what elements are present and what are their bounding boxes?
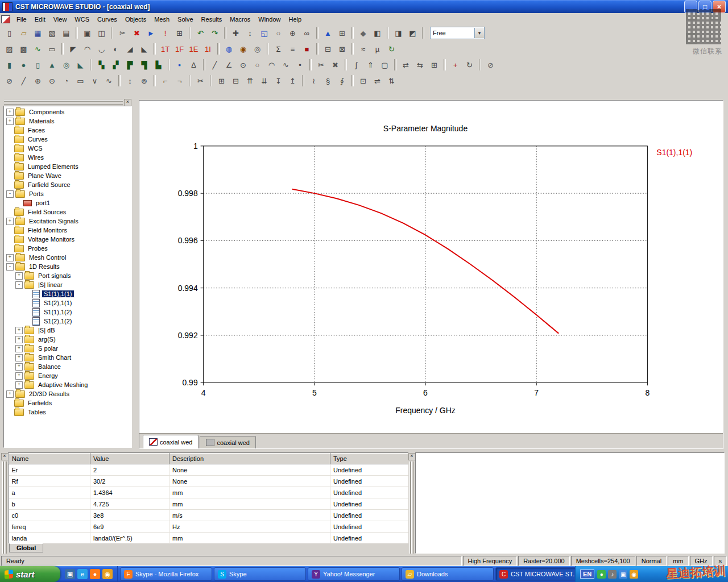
param-cell[interactable]: Hz: [169, 521, 330, 533]
brick-icon[interactable]: ▮: [2, 58, 16, 72]
tree-expander-icon[interactable]: +: [6, 390, 14, 398]
boolean-add-icon[interactable]: ⊞: [214, 74, 229, 88]
result-template-5-icon[interactable]: ▙: [151, 58, 166, 72]
group-icon[interactable]: ⊡: [356, 74, 370, 88]
task-button-skype[interactable]: SSkype: [214, 567, 306, 581]
ellipse-icon[interactable]: ○: [250, 58, 264, 72]
tree-item-ports[interactable]: -Ports: [4, 189, 131, 198]
zoom-icon[interactable]: ○: [271, 26, 286, 40]
menu-solve[interactable]: Solve: [173, 15, 197, 24]
spline-icon[interactable]: ∿: [279, 58, 293, 72]
task-button-skype-mozilla-firefox[interactable]: FSkype - Mozilla Firefox: [120, 567, 212, 581]
result-tab-1[interactable]: coaxial wed: [143, 435, 198, 448]
delete-icon[interactable]: ✖: [130, 26, 144, 40]
menu-curves[interactable]: Curves: [93, 15, 121, 24]
align-up-icon[interactable]: ⇈: [243, 74, 257, 88]
column-header-name[interactable]: Name: [9, 454, 90, 464]
tree-item-faces[interactable]: Faces: [4, 126, 131, 135]
column-header-description[interactable]: Description: [169, 454, 330, 464]
axis-marker-icon[interactable]: ∆: [187, 58, 201, 72]
mesh-view-icon[interactable]: ⊞: [335, 26, 349, 40]
excitation-signal-icon[interactable]: ∿: [31, 42, 45, 56]
blend-icon[interactable]: ◡: [94, 42, 109, 56]
zoom-window-icon[interactable]: ◱: [257, 26, 271, 40]
tree-item-adaptive-meshing[interactable]: +Adaptive Meshing: [4, 380, 131, 389]
polyline-icon[interactable]: ∠: [222, 58, 236, 72]
disable-icon[interactable]: ⊘: [483, 58, 498, 72]
pick-point-icon[interactable]: ◆: [356, 26, 370, 40]
tree-item-components[interactable]: +Components: [4, 107, 131, 117]
corner-fillet-icon[interactable]: ⌐: [158, 74, 172, 88]
param-cell[interactable]: 1.4364: [90, 487, 169, 498]
farfield-monitor-icon[interactable]: ◍: [222, 42, 236, 56]
redo-icon[interactable]: ↷: [208, 26, 222, 40]
export-picture-icon[interactable]: ◫: [94, 26, 109, 40]
open-icon[interactable]: ▱: [16, 26, 31, 40]
tree-item-farfield-source[interactable]: Farfield Source: [4, 180, 131, 189]
message-dock-grip[interactable]: ×: [408, 452, 415, 554]
import-icon[interactable]: ▧: [45, 26, 59, 40]
quicklaunch-firefox-icon[interactable]: ●: [90, 569, 100, 579]
tree-dock-grip[interactable]: ×: [3, 99, 132, 106]
app-icon[interactable]: [2, 2, 13, 11]
tray-network-icon[interactable]: ▣: [619, 570, 627, 579]
split-curve-icon[interactable]: ✖: [328, 58, 342, 72]
param-cell[interactable]: fereq: [9, 521, 90, 533]
tree-item-s1-1-1-2[interactable]: S1(1),1(2): [4, 307, 131, 317]
param-cell[interactable]: 2: [90, 464, 169, 476]
param-cell[interactable]: mm: [169, 487, 330, 498]
tree-item-s1-2-1-1[interactable]: S1(2),1(1): [4, 298, 131, 307]
result-template-2-icon[interactable]: ▞: [109, 58, 123, 72]
param-cell[interactable]: 6e9: [90, 521, 169, 533]
param-cell[interactable]: mm: [169, 533, 330, 544]
cut-icon[interactable]: ✂: [115, 26, 130, 40]
param-cell[interactable]: landa: [9, 533, 90, 544]
copy-picture-icon[interactable]: ▣: [80, 26, 94, 40]
apply-icon[interactable]: ►: [144, 26, 158, 40]
result-template-1-icon[interactable]: ▚: [94, 58, 109, 72]
tree-item-smith-chart[interactable]: +Smith Chart: [4, 353, 131, 362]
param-cell[interactable]: 30/2: [90, 476, 169, 487]
tree-item-port1[interactable]: port1: [4, 198, 131, 207]
language-indicator[interactable]: EN: [580, 569, 594, 579]
start-button[interactable]: start: [0, 566, 60, 582]
menu-edit[interactable]: Edit: [31, 15, 49, 24]
param-cell[interactable]: 3e8: [90, 510, 169, 521]
tree-item-voltage-monitors[interactable]: Voltage Monitors: [4, 235, 131, 244]
circle-icon[interactable]: ⊙: [236, 58, 250, 72]
tree-expander-icon[interactable]: +: [6, 118, 14, 125]
tree-expander-icon[interactable]: +: [6, 109, 14, 116]
menu-help[interactable]: Help: [284, 15, 305, 24]
wcs-icon[interactable]: +: [448, 58, 462, 72]
local-mesh-icon[interactable]: ⊠: [335, 42, 349, 56]
tab-global[interactable]: Global: [9, 543, 43, 552]
move-wcs-icon[interactable]: ↕: [123, 74, 137, 88]
result-tab-2[interactable]: coaxial wed: [200, 436, 255, 448]
abort-solver-icon[interactable]: ■: [300, 42, 314, 56]
tree-item-s-linear[interactable]: -|S| linear: [4, 280, 131, 289]
cover-curve-icon[interactable]: ▢: [378, 58, 392, 72]
param-row-landa[interactable]: landalanda0/(Er^.5)mmUndefined: [9, 533, 423, 544]
tree-item-arg-s[interactable]: +arg(S): [4, 335, 131, 344]
tree-item-tables[interactable]: Tables: [4, 408, 131, 417]
param-cell[interactable]: c0: [9, 510, 90, 521]
tray-antivirus-icon[interactable]: ●: [597, 570, 606, 579]
problem-type-icon[interactable]: ≈: [356, 42, 370, 56]
array-copy-icon[interactable]: ⊞: [427, 58, 441, 72]
tree-item-field-monitors[interactable]: Field Monitors: [4, 226, 131, 235]
history-tree-icon[interactable]: ⇅: [384, 74, 399, 88]
pause-solver-icon[interactable]: ≡: [286, 42, 300, 56]
task-button-yahoo-messenger[interactable]: YYahoo! Messenger: [308, 567, 400, 581]
pan-view-icon[interactable]: ✚: [229, 26, 243, 40]
chevron-down-icon[interactable]: ▾: [474, 28, 484, 38]
loft-path-icon[interactable]: ≀: [307, 74, 321, 88]
cutting-plane-icon[interactable]: ◨: [391, 26, 406, 40]
tree-expander-icon[interactable]: +: [6, 254, 14, 261]
shell-icon[interactable]: ◐: [109, 42, 123, 56]
extrude-icon[interactable]: ◤: [66, 42, 80, 56]
tree-item-balance[interactable]: +Balance: [4, 362, 131, 371]
tree-expander-icon[interactable]: +: [6, 218, 14, 225]
tree-expander-icon[interactable]: -: [15, 281, 23, 289]
tree-expander-icon[interactable]: +: [15, 381, 23, 389]
save-icon[interactable]: ▦: [31, 26, 45, 40]
